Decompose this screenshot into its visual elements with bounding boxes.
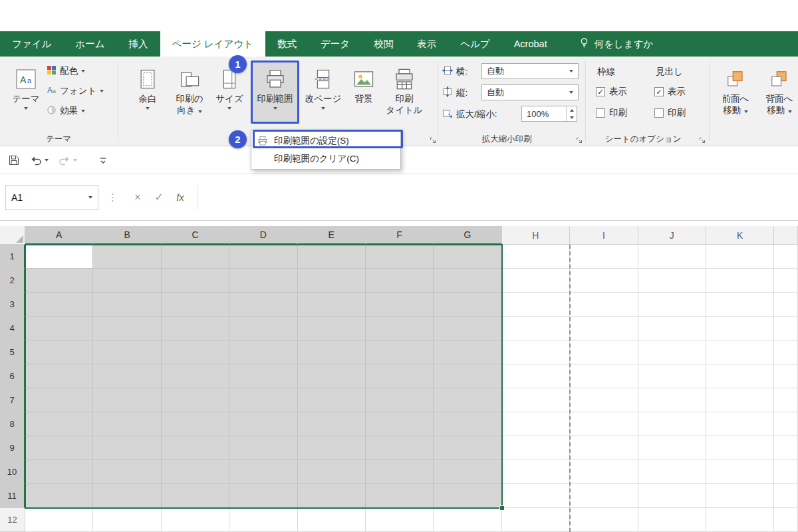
spinner-down-button[interactable] <box>567 114 577 121</box>
bring-forward-button[interactable]: 前面へ 移動 <box>716 61 755 124</box>
cell-D5[interactable] <box>229 340 297 364</box>
cell-F7[interactable] <box>366 388 434 412</box>
cell-J8[interactable] <box>638 412 706 436</box>
cell-D10[interactable] <box>229 460 297 484</box>
cell-H8[interactable] <box>502 412 570 436</box>
cell-D2[interactable] <box>229 269 297 293</box>
breaks-button[interactable]: 改ページ <box>303 61 343 124</box>
column-header-A[interactable]: A <box>25 226 93 245</box>
cell-I7[interactable] <box>570 388 638 412</box>
cell-H1[interactable] <box>502 245 570 269</box>
tell-me-box[interactable]: 何をしますか <box>579 31 654 57</box>
row-header-3[interactable]: 3 <box>0 293 25 317</box>
cell-F4[interactable] <box>366 317 434 340</box>
cell-C12[interactable] <box>162 508 229 532</box>
cell-H7[interactable] <box>502 388 570 412</box>
cell-H10[interactable] <box>502 460 570 484</box>
scale-width-dropdown[interactable]: 自動 <box>481 63 579 79</box>
cell-F2[interactable] <box>366 269 434 293</box>
row-header-9[interactable]: 9 <box>0 436 25 460</box>
cell-B6[interactable] <box>93 364 161 388</box>
cell-F5[interactable] <box>366 340 434 364</box>
cell-K12[interactable] <box>706 508 774 532</box>
cell-A5[interactable] <box>25 340 93 364</box>
tab-page-layout[interactable]: ページ レイアウト <box>160 31 265 57</box>
theme-colors-button[interactable]: 配色 <box>47 63 85 79</box>
cell-A2[interactable] <box>25 269 93 293</box>
row-header-8[interactable]: 8 <box>0 412 25 436</box>
cell-B7[interactable] <box>93 388 161 412</box>
cell-J9[interactable] <box>638 436 706 460</box>
row-header-10[interactable]: 10 <box>0 460 25 484</box>
cell-C6[interactable] <box>162 364 229 388</box>
headings-view-checkbox[interactable]: ✓ 表示 <box>654 86 686 98</box>
cell-D8[interactable] <box>229 412 297 436</box>
row-header-1[interactable]: 1 <box>0 245 25 269</box>
cell-J11[interactable] <box>638 484 706 508</box>
headings-print-checkbox[interactable]: 印刷 <box>654 107 686 119</box>
cell-G5[interactable] <box>434 340 501 364</box>
themes-button[interactable]: Aa テーマ <box>8 61 44 124</box>
cell-E8[interactable] <box>298 412 366 436</box>
column-header-I[interactable]: I <box>570 226 638 245</box>
cell-K4[interactable] <box>706 317 774 340</box>
cell-C3[interactable] <box>162 293 229 317</box>
row-header-6[interactable]: 6 <box>0 364 25 388</box>
cell-F12[interactable] <box>366 508 434 532</box>
scale-percent-spinner[interactable]: 100% <box>521 106 577 122</box>
row-header-12[interactable]: 12 <box>0 508 25 532</box>
cell-C7[interactable] <box>162 388 229 412</box>
cell-D1[interactable] <box>229 245 297 269</box>
cell-G8[interactable] <box>434 412 501 436</box>
cell-K11[interactable] <box>706 484 774 508</box>
cell-K1[interactable] <box>706 245 774 269</box>
cell-E2[interactable] <box>298 269 366 293</box>
cell-C5[interactable] <box>162 340 229 364</box>
cell-B2[interactable] <box>93 269 161 293</box>
cell-I9[interactable] <box>570 436 638 460</box>
cell-D12[interactable] <box>229 508 297 532</box>
cell-I5[interactable] <box>570 340 638 364</box>
cell-G12[interactable] <box>434 508 501 532</box>
cell-A1[interactable] <box>25 245 93 269</box>
cell-D11[interactable] <box>229 484 297 508</box>
row-header-11[interactable]: 11 <box>0 484 25 508</box>
cell-H5[interactable] <box>502 340 570 364</box>
tab-acrobat[interactable]: Acrobat <box>502 31 559 57</box>
cell-I4[interactable] <box>570 317 638 340</box>
cell-H6[interactable] <box>502 364 570 388</box>
cell-J3[interactable] <box>638 293 706 317</box>
cell-J5[interactable] <box>638 340 706 364</box>
cell-D7[interactable] <box>229 388 297 412</box>
cell-I1[interactable] <box>570 245 638 269</box>
cell-E12[interactable] <box>298 508 366 532</box>
cell-D9[interactable] <box>229 436 297 460</box>
cell-E5[interactable] <box>298 340 366 364</box>
name-box[interactable]: A1 <box>5 185 98 210</box>
cell-C9[interactable] <box>162 436 229 460</box>
cell-C11[interactable] <box>162 484 229 508</box>
cell-G3[interactable] <box>434 293 501 317</box>
column-header-G[interactable]: G <box>434 226 501 245</box>
save-button[interactable] <box>8 154 20 166</box>
cell-H12[interactable] <box>502 508 570 532</box>
cell-K6[interactable] <box>706 364 774 388</box>
redo-button[interactable] <box>58 155 77 166</box>
cell-J10[interactable] <box>638 460 706 484</box>
cell-I12[interactable] <box>570 508 638 532</box>
cell-F11[interactable] <box>366 484 434 508</box>
cell-C10[interactable] <box>162 460 229 484</box>
cell-B1[interactable] <box>93 245 161 269</box>
cell-F10[interactable] <box>366 460 434 484</box>
cell-B11[interactable] <box>93 484 161 508</box>
column-header-H[interactable]: H <box>502 226 570 245</box>
tab-review[interactable]: 校閲 <box>362 31 405 57</box>
cell-J1[interactable] <box>638 245 706 269</box>
cell-D4[interactable] <box>229 317 297 340</box>
cell-H4[interactable] <box>502 317 570 340</box>
cell-C4[interactable] <box>162 317 229 340</box>
send-backward-button[interactable]: 背面へ 移動 <box>761 61 798 124</box>
cell-G1[interactable] <box>434 245 501 269</box>
cell-E11[interactable] <box>298 484 366 508</box>
cell-H3[interactable] <box>502 293 570 317</box>
